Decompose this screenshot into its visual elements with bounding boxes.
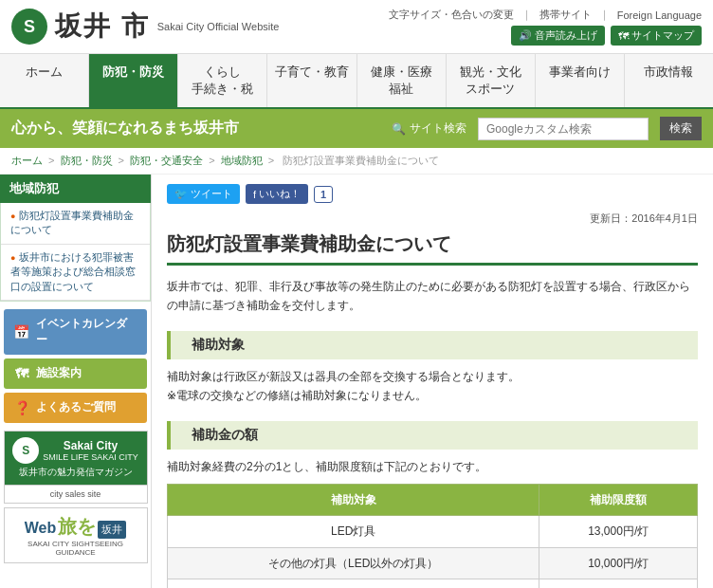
tour-sakai: 坂井: [98, 521, 126, 539]
breadcrumb-home[interactable]: ホーム: [11, 155, 43, 166]
facebook-icon: f: [253, 189, 256, 200]
breadcrumb-local[interactable]: 地域防犯: [221, 155, 263, 166]
social-buttons: 🐦 ツイート f いいね！ 1: [167, 184, 698, 204]
table-header-limit: 補助限度額: [539, 484, 698, 515]
main-nav: ホーム 防犯・防災 くらし 手続き・税 子育て・教育 健康・医療 福祉 観光・文…: [0, 54, 713, 109]
breadcrumb-current: 防犯灯設置事業費補助金について: [283, 155, 439, 166]
sidebar-ad-2[interactable]: Web 旅を 坂井 SAKAI CITY SIGHTSEEING GUIDANC…: [4, 507, 148, 563]
header-top-links: 文字サイズ・色合いの変更 ｜ 携帯サイト ｜ Foreign Language: [389, 8, 702, 22]
like-count: 1: [314, 186, 333, 203]
main-layout: 地域防犯 防犯灯設置事業費補助金について 坂井市における犯罪被害者等施策および総…: [0, 175, 713, 588]
search-input[interactable]: [478, 118, 649, 140]
table-row: その他の灯具（LED以外の灯具）10,000円/灯: [168, 547, 698, 579]
ad1-title: Sakai City: [43, 439, 138, 452]
facilities-icon: 🗺: [13, 365, 30, 382]
nav-crime[interactable]: 防犯・防災: [89, 54, 178, 107]
sidebar-link-subsidy[interactable]: 防犯灯設置事業費補助金について: [1, 203, 150, 245]
header-right: 文字サイズ・色合いの変更 ｜ 携帯サイト ｜ Foreign Language …: [389, 8, 702, 46]
logo-en: Sakai City Official Website: [157, 21, 280, 32]
sidebar-btn-faq[interactable]: ❓ よくあるご質問: [4, 393, 147, 423]
nav-business[interactable]: 事業者向け: [536, 54, 625, 107]
content-area: 🐦 ツイート f いいね！ 1 更新日：2016年4月1日 防犯灯設置事業費補助…: [152, 175, 713, 588]
nav-children[interactable]: 子育て・教育: [267, 54, 356, 107]
sitemap-button[interactable]: 🗺 サイトマップ: [611, 26, 702, 46]
intro-text: 坂井市では、犯罪、非行及び事故等の発生防止のために必要がある防犯灯を設置する場合…: [167, 277, 698, 316]
like-button[interactable]: f いいね！: [246, 184, 308, 204]
ad1-footer: city sales site: [5, 485, 147, 503]
nav-home[interactable]: ホーム: [0, 54, 89, 107]
sidebar-btn-facilities[interactable]: 🗺 施設案内: [4, 358, 147, 389]
nav-health[interactable]: 健康・医療 福祉: [357, 54, 447, 107]
logo-kanji: 坂井 市: [55, 9, 150, 45]
faq-icon: ❓: [13, 399, 30, 416]
calendar-icon: 📅: [13, 323, 30, 340]
ad1-header: S Sakai City SMILE LIFE SAKAI CITY 坂井市の魅…: [5, 432, 147, 485]
breadcrumb: ホーム > 防犯・防災 > 防犯・交通安全 > 地域防犯 > 防犯灯設置事業費補…: [0, 148, 713, 175]
twitter-icon: 🐦: [174, 188, 188, 200]
ad1-subtitle: SMILE LIFE SAKAI CITY: [43, 452, 138, 462]
section-target-body: 補助対象は行政区が新設又は器具の全部を交換する場合となります。 ※電球の交換など…: [167, 367, 698, 406]
sidebar-section-title: 地域防犯: [0, 175, 151, 203]
header-left: S 坂井 市 Sakai City Official Website: [11, 9, 279, 45]
sidebar-ad-1[interactable]: S Sakai City SMILE LIFE SAKAI CITY 坂井市の魅…: [4, 431, 148, 504]
page-title: 防犯灯設置事業費補助金について: [167, 231, 698, 266]
sitemap-icon: 🗺: [618, 30, 629, 42]
breadcrumb-crime[interactable]: 防犯・防災: [61, 155, 113, 166]
section-target-header: 補助対象: [167, 331, 698, 359]
update-date: 更新日：2016年4月1日: [167, 211, 698, 226]
sidebar-btn-calendar[interactable]: 📅 イベントカレンダー: [4, 309, 147, 355]
tour-kanji: 旅を: [58, 514, 96, 540]
logo-icon: S: [11, 9, 47, 45]
section-amount-header: 補助金の額: [167, 421, 698, 450]
sidebar-links: 防犯灯設置事業費補助金について 坂井市における犯罪被害者等施策および総合相談窓口…: [0, 203, 151, 302]
tour-web: Web: [25, 520, 56, 537]
sidebar-link-crime-victims[interactable]: 坂井市における犯罪被害者等施策および総合相談窓口の設置について: [1, 245, 150, 301]
search-label-text: 🔍 サイト検索: [392, 120, 466, 137]
search-label-icon: 🔍: [392, 122, 406, 136]
search-button[interactable]: 検索: [660, 117, 702, 140]
ad1-body: 坂井市の魅力発信マガジン: [10, 466, 141, 479]
table-header-target: 補助対象: [168, 484, 539, 515]
header: S 坂井 市 Sakai City Official Website 文字サイズ…: [0, 0, 713, 54]
audio-button[interactable]: 🔊 音声読み上げ: [511, 26, 605, 46]
section-amount-body: 補助対象経費の2分の1とし、補助限度額は下記のとおりです。 補助対象 補助限度額…: [167, 457, 698, 588]
audio-icon: 🔊: [519, 29, 532, 42]
foreign-link[interactable]: Foreign Language: [617, 9, 702, 21]
nav-tourism[interactable]: 観光・文化 スポーツ: [447, 54, 536, 107]
mobile-link[interactable]: 携帯サイト: [539, 8, 592, 22]
subsidy-table: 補助対象 補助限度額 LED灯具13,000円/灯その他の灯具（LED以外の灯具…: [167, 484, 698, 588]
sidebar-buttons: 📅 イベントカレンダー 🗺 施設案内 ❓ よくあるご質問: [0, 309, 151, 423]
nav-life[interactable]: くらし 手続き・税: [178, 54, 267, 107]
nav-city[interactable]: 市政情報: [625, 54, 713, 107]
font-size-link[interactable]: 文字サイズ・色合いの変更: [389, 8, 514, 22]
sidebar: 地域防犯 防犯灯設置事業費補助金について 坂井市における犯罪被害者等施策および総…: [0, 175, 152, 588]
tweet-button[interactable]: 🐦 ツイート: [167, 184, 240, 204]
search-tagline: 心から、笑顔になれるまち坂井市: [11, 119, 380, 138]
header-buttons: 🔊 音声読み上げ 🗺 サイトマップ: [511, 26, 702, 46]
table-row: LED灯具13,000円/灯: [168, 516, 698, 547]
search-bar: 心から、笑顔になれるまち坂井市 🔍 サイト検索 検索: [0, 109, 713, 148]
table-row: 灯具設置の為のポール30,000円/本: [168, 579, 698, 588]
tour-sub: SAKAI CITY SIGHTSEEING GUIDANCE: [10, 540, 141, 557]
breadcrumb-traffic[interactable]: 防犯・交通安全: [130, 155, 203, 166]
